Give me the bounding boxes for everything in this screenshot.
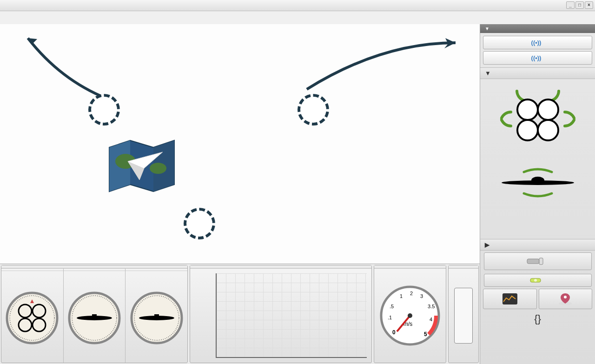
menu-tools[interactable] (20, 16, 26, 20)
battery-value (454, 288, 473, 344)
svg-text:4: 4 (430, 317, 432, 322)
svg-point-34 (408, 313, 412, 318)
chevron-down-icon: ▼ (485, 26, 489, 31)
menu-help[interactable] (26, 16, 32, 20)
svg-rect-42 (539, 258, 543, 265)
altitude-title (190, 265, 371, 269)
map-pin-icon (557, 291, 574, 306)
antenna-icon: ((•)) (531, 39, 542, 46)
drone-side-icon (496, 166, 580, 199)
welcome-area (0, 24, 480, 264)
map-button[interactable] (539, 289, 593, 309)
menu-window[interactable] (15, 16, 20, 20)
menu-edit[interactable] (9, 16, 15, 20)
autoscript-label[interactable]: {} (480, 309, 595, 329)
ultrasonic-section-header[interactable]: ▼ (480, 67, 595, 79)
svg-rect-21 (154, 314, 159, 318)
yaw-dial-icon (1, 273, 63, 363)
svg-text:2: 2 (410, 291, 413, 296)
title-bar: _ □ × (0, 0, 595, 11)
step-3 (184, 208, 221, 239)
arrow-to-connect-icon (298, 33, 465, 94)
battery-title (449, 265, 478, 269)
svg-point-35 (517, 99, 538, 120)
sidebar: ▼ ((•)) ((•)) ▼ (480, 24, 595, 364)
gyroscope-title (1, 265, 187, 269)
minimize-button[interactable]: _ (566, 1, 575, 9)
safety-section-header[interactable]: ▶ (480, 239, 595, 251)
svg-point-38 (538, 120, 558, 140)
app-logo (107, 136, 186, 196)
sensor-graph-button[interactable] (483, 289, 537, 309)
svg-point-37 (517, 120, 538, 140)
map-plane-icon (107, 136, 177, 196)
svg-text:.1: .1 (388, 315, 392, 320)
connect-ardrone-button[interactable]: ((•)) (483, 36, 592, 49)
pitch-dial-icon (64, 273, 126, 363)
step-1-number (298, 94, 329, 126)
speedometer-icon: 123 .53.5 .14 05 m/s (377, 283, 443, 348)
speed-panel: 123 .53.5 .14 05 m/s (374, 265, 446, 363)
svg-point-4 (150, 163, 166, 174)
altitude-panel (190, 265, 372, 363)
menu-bar (0, 11, 595, 24)
flashlight-icon (526, 257, 545, 266)
maximize-button[interactable]: □ (575, 1, 584, 9)
level-icon (530, 277, 541, 284)
graph-icon (502, 292, 518, 305)
connection-section-header[interactable]: ▼ (480, 24, 595, 33)
flat-trim-button[interactable] (484, 274, 592, 287)
svg-point-44 (534, 279, 537, 282)
telemetry-bar: 123 .53.5 .14 05 m/s (0, 264, 480, 364)
speed-title (374, 265, 446, 269)
svg-point-47 (564, 296, 567, 298)
arrow-to-configure-icon (19, 29, 121, 103)
svg-text:5: 5 (424, 331, 427, 338)
altitude-axis (199, 273, 213, 358)
chevron-right-icon: ▶ (485, 241, 489, 248)
antenna-icon: ((•)) (531, 54, 542, 61)
svg-text:.5: .5 (390, 304, 394, 309)
svg-rect-41 (527, 259, 539, 264)
svg-rect-17 (92, 314, 97, 318)
step-2 (88, 94, 126, 126)
svg-point-40 (531, 177, 544, 184)
menu-scripts[interactable] (586, 16, 591, 20)
battery-panel (448, 265, 479, 363)
drone-top-icon (491, 86, 584, 156)
altitude-chart-icon (216, 273, 367, 358)
roll-column (126, 269, 187, 363)
step-3-number (184, 208, 215, 239)
step-2-number (88, 94, 120, 126)
yaw-column (1, 269, 64, 363)
menu-file[interactable] (4, 16, 9, 20)
lights-on-button[interactable] (484, 252, 592, 270)
ultrasonic-body (480, 79, 595, 239)
svg-text:1: 1 (400, 293, 403, 299)
gyroscope-panel (1, 265, 188, 363)
roll-dial-icon (126, 273, 187, 363)
pitch-column (64, 269, 126, 363)
svg-text:0: 0 (392, 329, 396, 336)
connect-arduino-button[interactable]: ((•)) (483, 51, 592, 65)
close-button[interactable]: × (585, 1, 593, 9)
svg-point-36 (538, 99, 558, 120)
svg-text:3: 3 (420, 293, 423, 299)
chevron-down-icon: ▼ (485, 70, 491, 77)
svg-text:3.5: 3.5 (428, 304, 435, 309)
step-1 (298, 94, 335, 126)
